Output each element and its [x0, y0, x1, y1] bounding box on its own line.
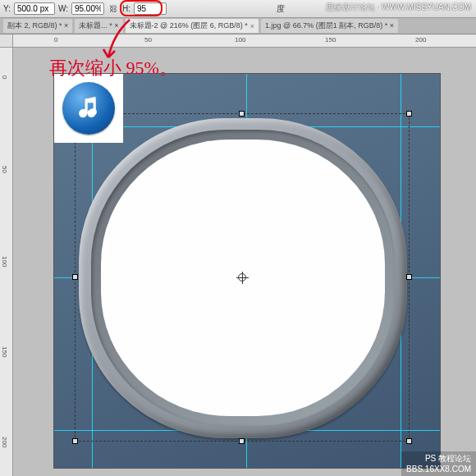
tab-label: 未标题-2 @ 216% (图层 6, RGB/8) *	[130, 21, 248, 31]
w-label: W:	[58, 4, 68, 13]
ruler-tick: 200	[1, 437, 8, 447]
deg-label: 度	[277, 3, 285, 15]
ruler-tick: 0	[54, 36, 57, 43]
tab-doc-1[interactable]: 副本 2, RGB/8) * ×	[3, 19, 72, 33]
ruler-tick: 150	[1, 346, 8, 357]
svg-point-1	[89, 108, 97, 116]
tab-doc-active[interactable]: 未标题-2 @ 216% (图层 6, RGB/8) *×	[126, 19, 259, 33]
watermark-top: 思缘设计论坛 · WWW.MISSYUAN.COM	[326, 2, 471, 13]
watermark-line: BBS.16XX8.COM	[406, 464, 471, 474]
h-label: H:	[122, 4, 130, 13]
tab-doc-3[interactable]: 1.jpg @ 66.7% (图层1 副本, RGB/8) * ×	[261, 19, 398, 33]
tab-label: 1.jpg @ 66.7% (图层1 副本, RGB/8) * ×	[265, 21, 394, 31]
ruler-tick: 50	[144, 36, 152, 43]
ruler-tick: 50	[1, 166, 8, 173]
transform-handle[interactable]	[406, 274, 412, 280]
ruler-tick: 200	[415, 36, 426, 43]
ruler-tick: 0	[1, 76, 8, 79]
y-label: Y:	[3, 4, 11, 13]
itunes-icon	[62, 82, 115, 135]
reference-image-itunes[interactable]	[54, 74, 123, 143]
close-icon[interactable]: ×	[250, 22, 254, 30]
transform-center-icon[interactable]	[238, 273, 246, 281]
canvas-area[interactable]	[13, 48, 476, 476]
ruler-origin[interactable]	[0, 34, 13, 48]
transform-handle[interactable]	[239, 111, 245, 117]
ruler-tick: 100	[235, 36, 245, 43]
watermark-line: PS 教程论坛	[406, 453, 471, 464]
music-note-icon	[75, 94, 103, 122]
ruler-horizontal[interactable]: 0 50 100 150 200	[13, 34, 476, 48]
tab-doc-2[interactable]: 未标题... * ×	[75, 19, 122, 33]
y-input[interactable]	[14, 2, 55, 15]
link-wh-icon[interactable]: ⛓	[108, 3, 119, 15]
tab-label: 未标题... * ×	[79, 21, 118, 31]
ruler-vertical[interactable]: 0 50 100 150 200	[0, 34, 13, 476]
ruler-tick: 150	[325, 36, 336, 43]
transform-handle[interactable]	[72, 438, 78, 444]
annotation-text: 再次缩小 95%。	[49, 56, 177, 80]
transform-handle[interactable]	[406, 438, 412, 444]
document-tabs: 副本 2, RGB/8) * × 未标题... * × 未标题-2 @ 216%…	[0, 18, 476, 34]
transform-handle[interactable]	[72, 274, 78, 280]
ruler-tick: 100	[1, 256, 8, 267]
watermark-bottom: PS 教程论坛 BBS.16XX8.COM	[401, 451, 476, 476]
w-input[interactable]	[71, 2, 104, 15]
free-transform-bbox[interactable]	[75, 113, 410, 442]
h-input[interactable]	[134, 2, 167, 15]
tab-label: 副本 2, RGB/8) * ×	[7, 21, 68, 31]
transform-handle[interactable]	[239, 438, 245, 444]
transform-handle[interactable]	[406, 111, 412, 117]
